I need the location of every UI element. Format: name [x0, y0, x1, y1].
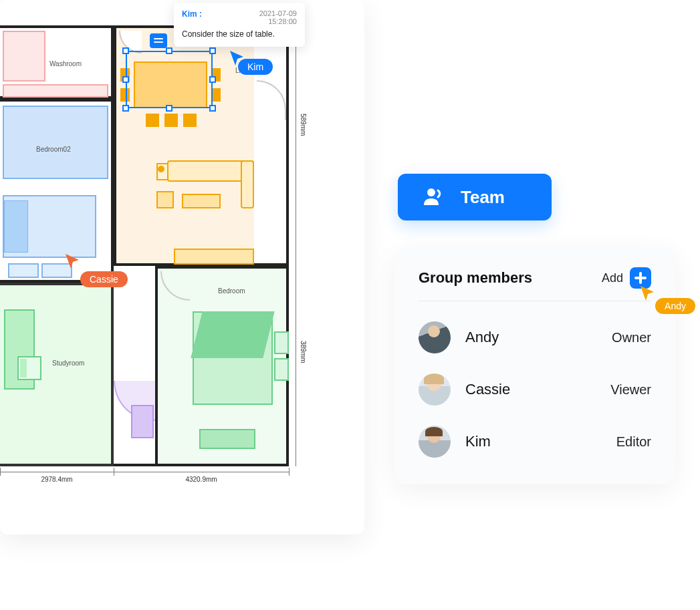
member-name: Cassie — [465, 381, 610, 398]
avatar — [419, 321, 451, 353]
avatar — [419, 373, 451, 406]
avatar — [419, 426, 451, 458]
wall-segment — [131, 405, 154, 438]
cursor-andy — [639, 285, 657, 302]
group-members-title: Group members — [419, 269, 532, 287]
member-role: Viewer — [610, 382, 651, 398]
selection-handle[interactable] — [209, 47, 216, 54]
selection-handle[interactable] — [209, 76, 216, 83]
room-bedroom[interactable] — [155, 266, 289, 466]
member-name: Kim — [465, 433, 616, 450]
team-button-label: Team — [461, 187, 505, 208]
floor-plan-canvas[interactable]: Washroom Bedroom02 Studyroom — [0, 0, 364, 535]
dimension-label: 589mm — [300, 114, 307, 136]
dimension-label: 389mm — [300, 341, 307, 363]
comment-author: Kim : — [182, 9, 202, 25]
team-button[interactable]: Team — [398, 174, 552, 220]
selection-rect[interactable] — [126, 51, 213, 108]
cursor-cassie — [64, 253, 82, 270]
room-label-bedroom02: Bedroom02 — [36, 146, 71, 153]
group-members-card: Group members Add Andy Owner Cassie View… — [394, 247, 675, 484]
selection-handle[interactable] — [166, 47, 172, 54]
member-row[interactable]: Kim Editor — [419, 426, 651, 458]
selection-handle[interactable] — [122, 47, 129, 54]
team-icon — [422, 185, 446, 209]
svg-point-0 — [427, 188, 435, 196]
selection-handle[interactable] — [166, 105, 172, 112]
user-badge-cassie: Cassie — [80, 271, 128, 287]
floor-plan-card: Washroom Bedroom02 Studyroom — [0, 0, 364, 535]
user-badge-kim: Kim — [238, 59, 273, 75]
room-bedroom02[interactable] — [0, 99, 114, 283]
member-role: Editor — [616, 434, 651, 450]
selection-handle[interactable] — [122, 76, 129, 83]
member-row[interactable]: Andy Owner — [419, 321, 651, 353]
cursor-icon — [639, 285, 657, 302]
dimension-label: 4320.9mm — [114, 476, 289, 483]
room-studyroom[interactable] — [0, 283, 114, 466]
member-role: Owner — [612, 330, 651, 345]
member-row[interactable]: Cassie Viewer — [419, 373, 651, 406]
selection-handle[interactable] — [209, 105, 216, 112]
comment-message: Consider the size of table. — [182, 29, 297, 39]
user-badge-andy: Andy — [655, 298, 695, 314]
room-label-bedroom: Bedroom — [218, 287, 245, 295]
comment-popover[interactable]: Kim : 2021-07-0915:28:00 Consider the si… — [174, 3, 305, 47]
add-member-label: Add — [602, 271, 623, 285]
dimension-label: 2978.4mm — [0, 476, 114, 483]
comment-indicator-icon[interactable] — [150, 33, 167, 48]
room-label-washroom: Washroom — [49, 60, 82, 67]
room-label-studyroom: Studyroom — [52, 359, 84, 367]
comment-datetime: 2021-07-0915:28:00 — [259, 9, 297, 25]
cursor-icon — [64, 253, 82, 270]
member-name: Andy — [465, 329, 612, 346]
selection-handle[interactable] — [122, 105, 129, 112]
